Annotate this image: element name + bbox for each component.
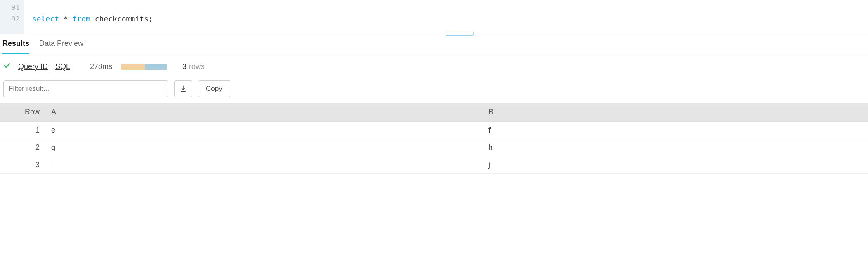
timing-bar bbox=[121, 64, 167, 70]
query-id-link[interactable]: Query ID bbox=[18, 62, 48, 71]
row-number: 3 bbox=[0, 156, 45, 174]
cell-b: f bbox=[483, 122, 868, 139]
query-duration: 278ms bbox=[90, 62, 112, 71]
line-number: 92 bbox=[4, 13, 20, 25]
row-number: 2 bbox=[0, 139, 45, 156]
line-number: 91 bbox=[4, 2, 20, 13]
cell-a: g bbox=[45, 139, 483, 156]
controls-row: Copy bbox=[0, 79, 868, 103]
code-line bbox=[32, 2, 860, 13]
col-header-a[interactable]: A bbox=[45, 103, 483, 122]
timing-segment bbox=[121, 64, 145, 70]
tab-results[interactable]: Results bbox=[2, 34, 29, 54]
cell-a: e bbox=[45, 122, 483, 139]
tab-data-preview[interactable]: Data Preview bbox=[39, 34, 83, 54]
cell-a: i bbox=[45, 156, 483, 174]
result-tabs: Results Data Preview bbox=[0, 34, 868, 54]
status-bar: Query ID SQL 278ms 3 rows bbox=[0, 54, 868, 79]
code-line: select * from checkcommits; bbox=[32, 13, 860, 25]
row-count-label: rows bbox=[189, 62, 205, 71]
download-icon bbox=[179, 85, 187, 92]
code-area[interactable]: select * from checkcommits; bbox=[24, 0, 868, 34]
row-number: 1 bbox=[0, 122, 45, 139]
table-row[interactable]: 3ij bbox=[0, 156, 868, 174]
table-row[interactable]: 1ef bbox=[0, 122, 868, 139]
sql-editor[interactable]: 91 92 select * from checkcommits; bbox=[0, 0, 868, 34]
copy-button[interactable]: Copy bbox=[198, 80, 230, 97]
pane-resize-handle[interactable] bbox=[446, 32, 474, 36]
results-table: Row A B 1ef2gh3ij bbox=[0, 103, 868, 174]
sql-link[interactable]: SQL bbox=[55, 62, 70, 71]
cell-b: h bbox=[483, 139, 868, 156]
cell-b: j bbox=[483, 156, 868, 174]
filter-input[interactable] bbox=[3, 80, 168, 97]
row-count: 3 bbox=[182, 62, 186, 71]
line-gutter: 91 92 bbox=[0, 0, 24, 34]
col-header-b[interactable]: B bbox=[483, 103, 868, 122]
timing-segment bbox=[145, 64, 167, 70]
col-header-row[interactable]: Row bbox=[0, 103, 45, 122]
download-button[interactable] bbox=[174, 80, 192, 97]
table-row[interactable]: 2gh bbox=[0, 139, 868, 156]
success-icon bbox=[3, 62, 11, 71]
